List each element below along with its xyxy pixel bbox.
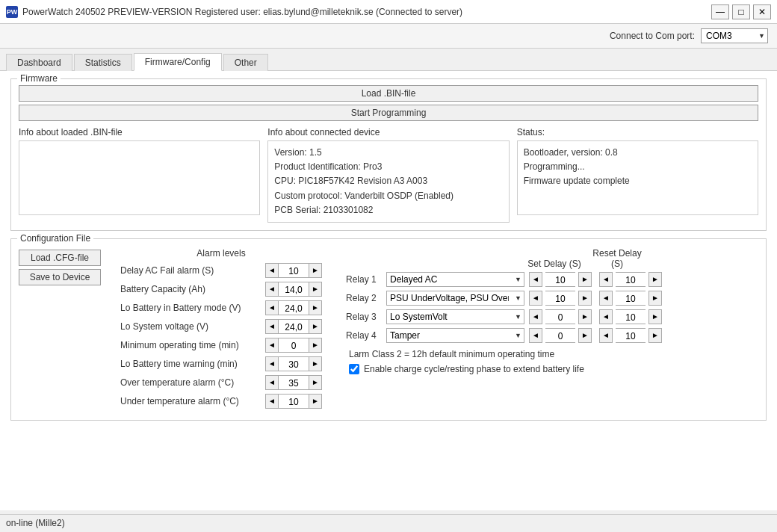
start-programming-button[interactable]: Start Programming [19, 105, 758, 121]
reset-delay-val-0: 10 [616, 272, 646, 287]
alarm-decrement-4[interactable]: ◄ [265, 338, 279, 353]
relay-select-0[interactable]: Delayed AC [386, 272, 524, 287]
status-panel-wrapper: Status: Bootloader, version: 0.8Programm… [517, 127, 758, 223]
alarm-spinner-2: ◄ 24,0 ► [265, 300, 322, 315]
set-delay-dec-3[interactable]: ◄ [529, 328, 542, 343]
title-bar-left: PW PowerWatch 240502 PREVIEW-VERSION Reg… [6, 6, 462, 18]
com-port-bar: Connect to Com port: COM3 COM1 COM2 COM4 [0, 24, 777, 49]
reset-delay-dec-0[interactable]: ◄ [599, 272, 613, 287]
alarm-decrement-3[interactable]: ◄ [265, 319, 279, 334]
alarm-increment-3[interactable]: ► [309, 319, 322, 334]
alarm-spinner-6: ◄ 35 ► [265, 375, 322, 390]
relay-select-wrapper-1[interactable]: PSU UnderVoltage, PSU OverVolta [386, 291, 524, 306]
load-cfg-button[interactable]: Load .CFG-file [19, 250, 101, 266]
alarm-row: Lo System voltage (V) ◄ 24,0 ► [120, 319, 322, 334]
config-section-title: Configuration File [17, 233, 93, 244]
alarm-label-3: Lo System voltage (V) [120, 321, 262, 332]
title-bar: PW PowerWatch 240502 PREVIEW-VERSION Reg… [0, 0, 777, 24]
alarm-row: Lo Battery in Battery mode (V) ◄ 24,0 ► [120, 300, 322, 315]
set-delay-dec-0[interactable]: ◄ [529, 272, 542, 287]
app-icon: PW [6, 6, 18, 18]
reset-delay-val-3: 10 [616, 328, 646, 343]
alarm-decrement-6[interactable]: ◄ [265, 375, 279, 390]
reset-delay-inc-0[interactable]: ► [648, 272, 662, 287]
save-device-button[interactable]: Save to Device [19, 269, 101, 285]
reset-delay-header: Reset Delay (S) [587, 248, 647, 269]
reset-delay-dec-2[interactable]: ◄ [599, 309, 613, 324]
alarm-increment-0[interactable]: ► [309, 263, 322, 278]
relay-row-2: Relay 3 Lo SystemVolt ◄ 0 ► ◄ 10 ► [346, 309, 662, 324]
reset-delay-dec-1[interactable]: ◄ [599, 291, 613, 306]
alarm-value-1: 14,0 [279, 282, 309, 297]
relay-delays-1: ◄ 10 ► ◄ 10 ► [529, 291, 662, 306]
info-device-panel: Version: 1.5Product Identification: Pro3… [267, 140, 509, 223]
relay-rows-container: Relay 1 Delayed AC ◄ 10 ► ◄ 10 ► Relay 2… [346, 272, 662, 343]
reset-delay-inc-1[interactable]: ► [648, 291, 662, 306]
reset-delay-val-2: 10 [616, 309, 646, 324]
com-port-select-wrapper[interactable]: COM3 COM1 COM2 COM4 [701, 28, 768, 43]
firmware-section: Firmware Load .BIN-file Start Programmin… [10, 78, 767, 231]
alarm-decrement-1[interactable]: ◄ [265, 282, 279, 297]
maximize-button[interactable]: □ [732, 4, 750, 19]
tab-statistics[interactable]: Statistics [74, 54, 132, 71]
alarm-decrement-7[interactable]: ◄ [265, 394, 279, 409]
charge-checkbox-row: Enable charge cycle/resting phase to ext… [349, 364, 662, 374]
relay-select-wrapper-0[interactable]: Delayed AC [386, 272, 524, 287]
tab-other[interactable]: Other [223, 54, 268, 71]
alarm-decrement-2[interactable]: ◄ [265, 300, 279, 315]
com-port-select[interactable]: COM3 COM1 COM2 COM4 [701, 28, 768, 43]
set-delay-dec-2[interactable]: ◄ [529, 309, 542, 324]
alarm-spinner-7: ◄ 10 ► [265, 394, 322, 409]
set-delay-inc-0[interactable]: ► [578, 272, 592, 287]
alarm-label-6: Over temperature alarm (°C) [120, 377, 262, 388]
relay-select-1[interactable]: PSU UnderVoltage, PSU OverVolta [386, 291, 524, 306]
reset-delay-inc-3[interactable]: ► [648, 328, 662, 343]
relay-label-1: Relay 2 [346, 293, 382, 303]
relay-select-3[interactable]: Tamper [386, 328, 524, 343]
alarm-row: Lo Battery time warning (min) ◄ 30 ► [120, 356, 322, 371]
load-bin-button[interactable]: Load .BIN-file [19, 85, 758, 102]
relay-label-2: Relay 3 [346, 312, 382, 322]
relay-select-wrapper-3[interactable]: Tamper [386, 328, 524, 343]
alarm-row: Delay AC Fail alarm (S) ◄ 10 ► [120, 263, 322, 278]
info-bin-label: Info about loaded .BIN-file [19, 127, 260, 137]
alarm-increment-4[interactable]: ► [309, 338, 322, 353]
alarm-increment-2[interactable]: ► [309, 300, 322, 315]
main-content: Firmware Load .BIN-file Start Programmin… [0, 71, 777, 510]
tab-firmware-config[interactable]: Firmware/Config [134, 53, 222, 71]
tab-dashboard[interactable]: Dashboard [6, 54, 72, 71]
alarm-label-2: Lo Battery in Battery mode (V) [120, 303, 262, 313]
window-title: PowerWatch 240502 PREVIEW-VERSION Regist… [22, 7, 462, 17]
alarm-value-4: 0 [279, 338, 309, 353]
alarm-increment-5[interactable]: ► [309, 356, 322, 371]
alarm-decrement-5[interactable]: ◄ [265, 356, 279, 371]
set-delay-inc-2[interactable]: ► [578, 309, 592, 324]
reset-delay-dec-3[interactable]: ◄ [599, 328, 613, 343]
alarm-value-2: 24,0 [279, 300, 309, 315]
alarm-label-1: Battery Capacity (Ah) [120, 284, 262, 294]
relay-select-wrapper-2[interactable]: Lo SystemVolt [386, 309, 524, 324]
alarm-spinner-3: ◄ 24,0 ► [265, 319, 322, 334]
minimize-button[interactable]: — [711, 4, 729, 19]
relay-select-2[interactable]: Lo SystemVolt [386, 309, 524, 324]
firmware-buttons: Load .BIN-file Start Programming [19, 85, 758, 121]
reset-delay-inc-2[interactable]: ► [648, 309, 662, 324]
info-bin-panel [19, 140, 260, 215]
alarm-increment-1[interactable]: ► [309, 282, 322, 297]
info-panels: Info about loaded .BIN-file Info about c… [19, 127, 758, 223]
set-delay-inc-1[interactable]: ► [578, 291, 592, 306]
alarm-increment-6[interactable]: ► [309, 375, 322, 390]
alarm-increment-7[interactable]: ► [309, 394, 322, 409]
close-button[interactable]: ✕ [753, 4, 771, 19]
charge-checkbox[interactable] [349, 364, 359, 374]
set-delay-dec-1[interactable]: ◄ [529, 291, 542, 306]
status-text: on-line (Mille2) [6, 518, 65, 528]
alarm-spinner-5: ◄ 30 ► [265, 356, 322, 371]
alarm-value-7: 10 [279, 394, 309, 409]
set-delay-inc-3[interactable]: ► [578, 328, 592, 343]
alarm-value-6: 35 [279, 375, 309, 390]
alarm-spinner-4: ◄ 0 ► [265, 338, 322, 353]
alarm-decrement-0[interactable]: ◄ [265, 263, 279, 278]
relay-label-0: Relay 1 [346, 274, 382, 285]
alarm-row: Minimum operating time (min) ◄ 0 ► [120, 338, 322, 353]
